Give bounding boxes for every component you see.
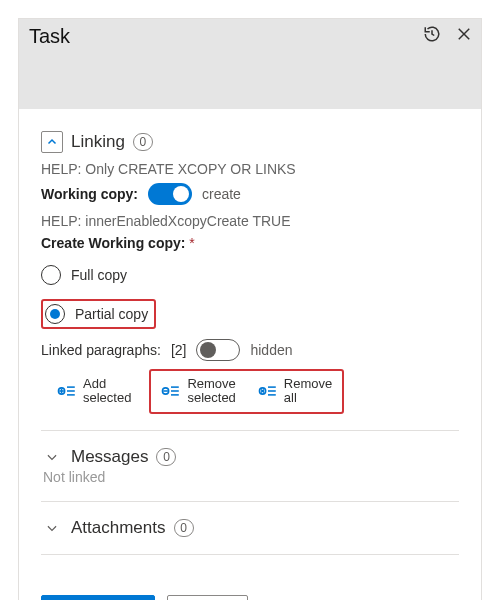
radio-partial-copy-row: Partial copy (41, 299, 459, 329)
highlighted-remove-actions: Remove selected Remove all (149, 369, 344, 414)
remove-all-label: Remove all (284, 377, 332, 406)
create-working-copy-label: Create Working copy: * (41, 235, 459, 251)
section-messages-title: Messages (71, 447, 148, 467)
linked-paragraphs-label: Linked paragraphs: (41, 342, 161, 358)
help-text-2: HELP: innerEnabledXcopyCreate TRUE (41, 213, 459, 229)
radio-partial-copy-label: Partial copy (75, 306, 148, 322)
paragraph-actions: Add selected Remove selected (41, 369, 459, 414)
add-list-icon (57, 384, 77, 398)
section-messages-header[interactable]: Messages 0 (41, 447, 459, 467)
radio-full-copy[interactable]: Full copy (41, 265, 459, 285)
remove-selected-label: Remove selected (187, 377, 235, 406)
radio-full-copy-label: Full copy (71, 267, 127, 283)
divider (41, 430, 459, 431)
section-attachments-header[interactable]: Attachments 0 (41, 518, 459, 538)
remove-all-icon (258, 384, 278, 398)
required-asterisk: * (189, 235, 194, 251)
remove-selected-button[interactable]: Remove selected (155, 373, 241, 410)
panel-footer: Create task Cancel (19, 581, 481, 600)
working-copy-label: Working copy: (41, 186, 138, 202)
history-icon[interactable] (423, 25, 441, 43)
section-linking-header[interactable]: Linking 0 (41, 131, 459, 153)
messages-not-linked: Not linked (41, 469, 459, 485)
divider (41, 554, 459, 555)
radio-icon-checked[interactable] (45, 304, 65, 324)
create-task-button[interactable]: Create task (41, 595, 155, 600)
add-selected-label: Add selected (83, 377, 131, 406)
section-attachments-title: Attachments (71, 518, 166, 538)
cancel-button[interactable]: Cancel (167, 595, 249, 600)
section-linking-title: Linking (71, 132, 125, 152)
remove-all-button[interactable]: Remove all (252, 373, 338, 410)
panel-body: Linking 0 HELP: Only CREATE XCOPY OR LIN… (19, 109, 481, 581)
task-panel: Task Linking 0 HELP: Only CREA (18, 18, 482, 600)
radio-icon-unchecked[interactable] (41, 265, 61, 285)
remove-list-icon (161, 384, 181, 398)
help-text-1: HELP: Only CREATE XCOPY OR LINKS (41, 161, 459, 177)
messages-count-badge: 0 (156, 448, 176, 466)
attachments-count-badge: 0 (174, 519, 194, 537)
hidden-toggle[interactable] (196, 339, 240, 361)
working-copy-row: Working copy: create (41, 183, 459, 205)
working-copy-toggle-text: create (202, 186, 241, 202)
panel-title: Task (29, 25, 70, 47)
divider (41, 501, 459, 502)
working-copy-toggle[interactable] (148, 183, 192, 205)
add-selected-button[interactable]: Add selected (51, 373, 137, 410)
close-icon[interactable] (455, 25, 473, 43)
chevron-down-icon[interactable] (41, 521, 63, 535)
chevron-down-icon[interactable] (41, 450, 63, 464)
linked-paragraphs-row: Linked paragraphs: [2] hidden (41, 339, 459, 361)
linked-paragraphs-count: [2] (171, 342, 187, 358)
linking-count-badge: 0 (133, 133, 153, 151)
hidden-toggle-label: hidden (250, 342, 292, 358)
chevron-up-icon[interactable] (41, 131, 63, 153)
panel-header: Task (19, 19, 481, 109)
header-icons (423, 25, 473, 43)
